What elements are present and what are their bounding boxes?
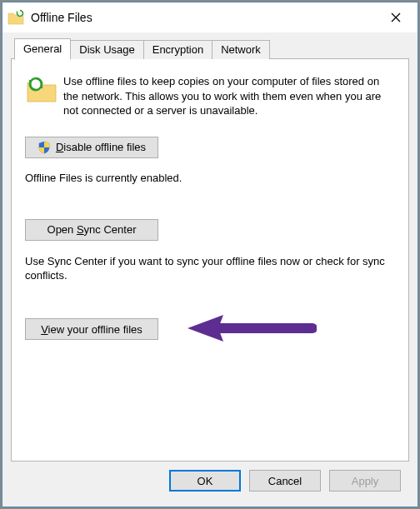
folder-sync-large-icon xyxy=(25,74,58,106)
cancel-button[interactable]: Cancel xyxy=(249,470,321,492)
view-button-label: View your offline files xyxy=(41,323,142,336)
open-sync-center-button[interactable]: Open Sync Center xyxy=(25,219,158,241)
sync-description: Use Sync Center if you want to sync your… xyxy=(25,254,395,283)
annotation-arrow-icon xyxy=(183,313,317,346)
sync-block: Open Sync Center xyxy=(25,219,395,241)
tab-strip: General Disk Usage Encryption Network xyxy=(11,39,409,59)
tab-general[interactable]: General xyxy=(14,38,71,60)
client-area: General Disk Usage Encryption Network xyxy=(2,32,418,507)
tab-encryption[interactable]: Encryption xyxy=(143,40,212,59)
tab-panel-general: Use offline files to keep copies on your… xyxy=(11,58,409,462)
status-text: Offline Files is currently enabled. xyxy=(25,172,395,184)
close-icon xyxy=(391,12,401,22)
tab-disk-usage[interactable]: Disk Usage xyxy=(70,40,143,59)
sync-button-label: Open Sync Center xyxy=(48,223,137,236)
dialog-window: Offline Files General Disk Usage Encrypt… xyxy=(2,2,418,507)
disable-button-label: Disable offline files xyxy=(56,141,146,153)
disable-offline-files-button[interactable]: Disable offline files xyxy=(25,137,158,158)
intro-text: Use offline files to keep copies on your… xyxy=(63,74,395,118)
folder-sync-icon xyxy=(8,9,24,26)
apply-button: Apply xyxy=(329,470,401,492)
intro-block: Use offline files to keep copies on your… xyxy=(25,74,395,118)
view-offline-files-button[interactable]: View your offline files xyxy=(25,318,158,340)
titlebar: Offline Files xyxy=(2,2,418,32)
ok-button[interactable]: OK xyxy=(169,470,241,492)
dialog-footer: OK Cancel Apply xyxy=(11,462,409,500)
uac-shield-icon xyxy=(38,141,51,154)
window-title: Offline Files xyxy=(31,11,379,24)
close-button[interactable] xyxy=(379,5,412,30)
view-row: View your offline files xyxy=(25,313,395,346)
tab-network[interactable]: Network xyxy=(212,40,270,59)
